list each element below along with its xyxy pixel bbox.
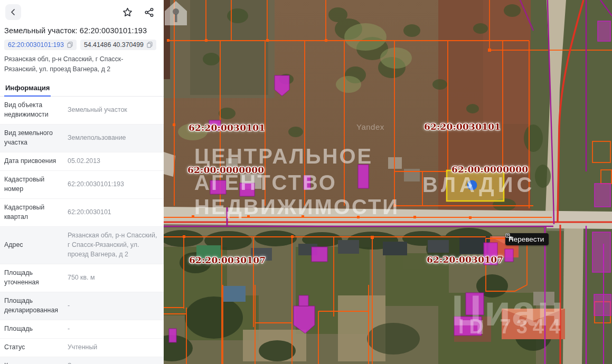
row-value: Рязанская обл, р-н Спасский, г Спасск-Ря… (60, 231, 159, 260)
tab-information[interactable]: Информация (4, 80, 51, 97)
row-label: Категория земель (4, 361, 60, 364)
quarter-label: 62:20:0030101 (189, 122, 265, 133)
coordinates-chip[interactable]: 54.41486 40.370499 (80, 40, 156, 50)
row-label: Площадь (4, 324, 60, 334)
cadastral-number-chip[interactable]: 62:20:0030101:193 (4, 40, 77, 50)
row-label: Адрес (4, 241, 60, 250)
page-title: Земельный участок: 62:20:0030101:193 (0, 24, 164, 35)
row-value: 05.02.2013 (60, 157, 159, 166)
table-row: Площадь уточненная 750 кв. м (0, 264, 164, 292)
table-row: Кадастровый номер 62:20:0030101:193 (0, 170, 164, 198)
quarter-label: 62:20:0030107 (427, 254, 503, 265)
row-label: Статус (4, 343, 60, 352)
row-value: - (60, 324, 159, 334)
table-row: Площадь - (0, 320, 164, 338)
copy-icon[interactable] (147, 42, 153, 48)
row-label: Площадь декларированная (4, 296, 60, 315)
table-row: Адрес Рязанская обл, р-н Спасский, г Спа… (0, 226, 164, 264)
row-value: - (60, 301, 159, 311)
back-button[interactable] (5, 4, 21, 20)
quarter-label: 62:00:0000000 (451, 164, 528, 175)
chevron-left-icon (10, 8, 17, 16)
row-label: Кадастровый квартал (4, 203, 60, 222)
cadastral-number-link[interactable]: 62:20:0030101:193 (8, 41, 64, 49)
row-value: 62:20:0030101:193 (60, 180, 159, 189)
row-label: Площадь уточненная (4, 269, 60, 288)
watermark-map-provider: Yandex (356, 122, 384, 131)
table-row: Кадастровый квартал 62:20:0030101 (0, 198, 164, 226)
tab-bar: Информация (0, 80, 164, 97)
quarter-label: 62:00:0000000 (187, 165, 264, 175)
info-table: Вид объекта недвижимости Земельный участ… (0, 97, 164, 364)
watermark-agency2: ВЛАДИС (422, 173, 535, 197)
row-label: Дата присвоения (4, 157, 60, 166)
table-row: Дата присвоения 05.02.2013 (0, 152, 164, 170)
favorite-star-icon[interactable] (123, 7, 133, 17)
copy-icon[interactable] (67, 42, 73, 48)
row-value: Учтенный (60, 343, 159, 352)
translate-icon (505, 233, 513, 241)
row-value: Земельный участок (60, 106, 159, 115)
coordinates-value: 54.41486 40.370499 (84, 41, 144, 49)
parcel-info-panel: Земельный участок: 62:20:0030101:193 62:… (0, 0, 164, 364)
row-value: Земли населенных пунктов (60, 361, 159, 364)
share-icon[interactable] (144, 7, 154, 17)
quarter-label: 62:20:0030107 (189, 255, 266, 265)
translate-label: Перевести (509, 235, 544, 243)
chips-row: 62:20:0030101:193 54.41486 40.370499 (0, 35, 164, 50)
row-value: 62:20:0030101 (60, 208, 159, 217)
quarter-label: 62:20:0030101 (424, 121, 501, 132)
table-row: Вид объекта недвижимости Земельный участ… (0, 97, 164, 124)
row-value: 750 кв. м (60, 273, 159, 283)
panel-topbar (0, 0, 164, 24)
table-row: Статус Учтенный (0, 338, 164, 357)
row-label: Кадастровый номер (4, 175, 60, 194)
watermark-agency-line3: НЕДВИЖИМОСТИ (194, 195, 399, 219)
house-key-icon (164, 0, 188, 26)
table-row: Площадь декларированная - (0, 292, 164, 320)
parcel-address: Рязанская обл, р-н Спасский, г Спасск-Ря… (0, 50, 157, 74)
table-row: Вид земельного участка Землепользование (0, 124, 164, 152)
map-canvas[interactable]: ЦЕНТРАЛЬНОЕ АГЕНТСТВО НЕДВИЖИМОСТИ ВЛАДИ… (164, 0, 612, 364)
row-label: Вид объекта недвижимости (4, 101, 60, 120)
table-row: Категория земель Земли населенных пункто… (0, 357, 164, 364)
row-value: Землепользование (60, 133, 159, 143)
row-label: Вид земельного участка (4, 129, 60, 148)
watermark-listing-id: ID 7344 (458, 315, 566, 338)
translate-tooltip[interactable]: Перевести (505, 233, 549, 245)
cadastral-map-app: Земельный участок: 62:20:0030101:193 62:… (0, 0, 612, 364)
